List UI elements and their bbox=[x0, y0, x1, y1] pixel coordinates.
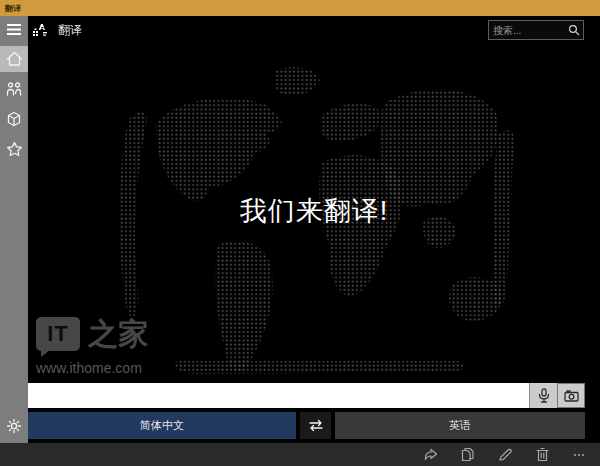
edit-button[interactable] bbox=[497, 447, 513, 463]
translate-input-bar bbox=[28, 383, 585, 408]
swap-languages-icon bbox=[308, 419, 324, 432]
favorites-star-icon bbox=[6, 141, 23, 157]
delete-button[interactable] bbox=[534, 447, 550, 463]
share-icon bbox=[424, 447, 439, 462]
translate-text-input[interactable] bbox=[28, 383, 529, 408]
ithome-logo: IT bbox=[36, 317, 80, 351]
app-header: 翻译 bbox=[28, 16, 600, 45]
sidebar-item-home[interactable] bbox=[0, 46, 28, 72]
sidebar bbox=[0, 16, 28, 443]
target-language-button[interactable]: 英语 bbox=[335, 412, 585, 439]
phrasebook-icon bbox=[6, 111, 22, 127]
search-button[interactable] bbox=[565, 21, 583, 39]
microphone-button[interactable] bbox=[529, 383, 557, 408]
window-titlebar: 翻译 bbox=[0, 0, 600, 16]
swap-languages-button[interactable] bbox=[300, 412, 331, 439]
menu-button[interactable] bbox=[0, 16, 28, 42]
search-icon bbox=[568, 24, 580, 36]
settings-gear-icon bbox=[6, 418, 22, 434]
watermark-url: www.ithome.com bbox=[36, 360, 148, 376]
welcome-headline: 我们来翻译! bbox=[28, 193, 600, 229]
conversation-icon bbox=[6, 81, 22, 97]
camera-icon bbox=[564, 390, 579, 402]
sidebar-item-favorites[interactable] bbox=[0, 136, 28, 162]
source-language-button[interactable]: 简体中文 bbox=[28, 412, 296, 439]
watermark: IT 之家 www.ithome.com bbox=[36, 317, 148, 376]
search-input[interactable] bbox=[489, 25, 565, 36]
copy-icon bbox=[461, 447, 475, 462]
page-title: 翻译 bbox=[58, 22, 82, 39]
edit-pencil-icon bbox=[498, 448, 512, 462]
window-title: 翻译 bbox=[5, 3, 21, 14]
microphone-icon bbox=[538, 388, 550, 403]
more-ellipsis-icon bbox=[574, 454, 584, 456]
delete-trash-icon bbox=[536, 447, 549, 462]
sidebar-item-conversation[interactable] bbox=[0, 76, 28, 102]
camera-button[interactable] bbox=[557, 383, 585, 408]
copy-button[interactable] bbox=[460, 447, 476, 463]
home-icon bbox=[6, 51, 23, 67]
bottom-toolbar bbox=[0, 443, 600, 466]
share-button[interactable] bbox=[423, 447, 439, 463]
translator-app-window: 翻译 bbox=[0, 0, 600, 466]
sidebar-item-phrasebook[interactable] bbox=[0, 106, 28, 132]
search-box bbox=[488, 20, 584, 40]
main-canvas: 我们来翻译! IT 之家 www.ithome.com bbox=[28, 45, 600, 383]
source-language-label: 简体中文 bbox=[140, 418, 184, 433]
ithome-logo-cn: 之家 bbox=[88, 317, 148, 351]
ithome-logo-text: IT bbox=[47, 321, 69, 347]
more-button[interactable] bbox=[571, 447, 587, 463]
sidebar-item-settings[interactable] bbox=[0, 413, 28, 439]
translator-app-icon bbox=[31, 22, 49, 40]
hamburger-icon bbox=[6, 23, 22, 36]
target-language-label: 英语 bbox=[449, 418, 471, 433]
